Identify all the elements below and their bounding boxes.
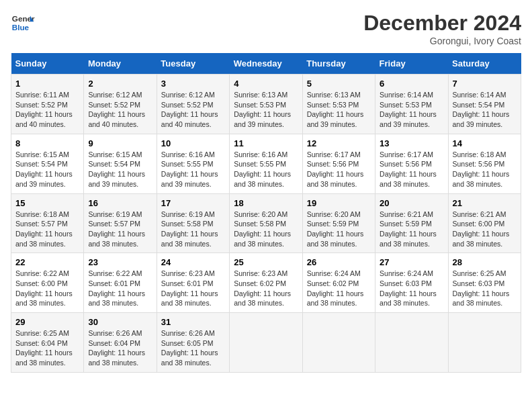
calendar-day-12: 12Sunrise: 6:17 AMSunset: 5:56 PMDayligh… [302,134,375,193]
calendar-day-5: 5Sunrise: 6:13 AMSunset: 5:53 PMDaylight… [302,75,375,134]
calendar-week-1: 8Sunrise: 6:15 AMSunset: 5:54 PMDaylight… [11,134,521,193]
calendar-day-3: 3Sunrise: 6:12 AMSunset: 5:52 PMDaylight… [157,75,229,134]
calendar-day-9: 9Sunrise: 6:15 AMSunset: 5:54 PMDaylight… [84,134,157,193]
svg-text:Blue: Blue [12,23,30,32]
calendar-day-17: 17Sunrise: 6:19 AMSunset: 5:58 PMDayligh… [157,193,229,253]
calendar-day-11: 11Sunrise: 6:16 AMSunset: 5:55 PMDayligh… [230,134,302,193]
logo: General Blue [11,11,35,35]
calendar-day-29: 29Sunrise: 6:25 AMSunset: 6:04 PMDayligh… [11,313,84,373]
calendar-day-25: 25Sunrise: 6:23 AMSunset: 6:02 PMDayligh… [230,253,302,313]
calendar-day-1: 1Sunrise: 6:11 AMSunset: 5:52 PMDaylight… [11,75,84,134]
calendar-day-24: 24Sunrise: 6:23 AMSunset: 6:01 PMDayligh… [157,253,229,313]
calendar-table: SundayMondayTuesdayWednesdayThursdayFrid… [11,53,521,373]
page-title: December 2024 [363,11,521,36]
calendar-week-4: 29Sunrise: 6:25 AMSunset: 6:04 PMDayligh… [11,313,521,373]
calendar-week-2: 15Sunrise: 6:18 AMSunset: 5:57 PMDayligh… [11,193,521,253]
calendar-day-27: 27Sunrise: 6:24 AMSunset: 6:03 PMDayligh… [375,253,448,313]
day-header-monday: Monday [84,53,157,75]
calendar-empty-cell [302,313,375,373]
calendar-day-26: 26Sunrise: 6:24 AMSunset: 6:02 PMDayligh… [302,253,375,313]
calendar-day-31: 31Sunrise: 6:26 AMSunset: 6:05 PMDayligh… [157,313,229,373]
day-header-saturday: Saturday [448,53,521,75]
calendar-day-23: 23Sunrise: 6:22 AMSunset: 6:01 PMDayligh… [84,253,157,313]
calendar-week-0: 1Sunrise: 6:11 AMSunset: 5:52 PMDaylight… [11,75,521,134]
logo-icon: General Blue [11,11,35,35]
calendar-day-13: 13Sunrise: 6:17 AMSunset: 5:56 PMDayligh… [375,134,448,193]
calendar-day-28: 28Sunrise: 6:25 AMSunset: 6:03 PMDayligh… [448,253,521,313]
calendar-day-4: 4Sunrise: 6:13 AMSunset: 5:53 PMDaylight… [230,75,302,134]
calendar-day-22: 22Sunrise: 6:22 AMSunset: 6:00 PMDayligh… [11,253,84,313]
calendar-day-6: 6Sunrise: 6:14 AMSunset: 5:53 PMDaylight… [375,75,448,134]
calendar-day-8: 8Sunrise: 6:15 AMSunset: 5:54 PMDaylight… [11,134,84,193]
calendar-day-19: 19Sunrise: 6:20 AMSunset: 5:59 PMDayligh… [302,193,375,253]
page-subtitle: Gorongui, Ivory Coast [363,36,521,46]
calendar-day-10: 10Sunrise: 6:16 AMSunset: 5:55 PMDayligh… [157,134,229,193]
calendar-week-3: 22Sunrise: 6:22 AMSunset: 6:00 PMDayligh… [11,253,521,313]
calendar-header-row: SundayMondayTuesdayWednesdayThursdayFrid… [11,53,521,75]
calendar-day-30: 30Sunrise: 6:26 AMSunset: 6:04 PMDayligh… [84,313,157,373]
calendar-day-14: 14Sunrise: 6:18 AMSunset: 5:56 PMDayligh… [448,134,521,193]
calendar-empty-cell [230,313,302,373]
day-header-wednesday: Wednesday [230,53,302,75]
day-header-thursday: Thursday [302,53,375,75]
day-header-tuesday: Tuesday [157,53,229,75]
calendar-day-7: 7Sunrise: 6:14 AMSunset: 5:54 PMDaylight… [448,75,521,134]
calendar-day-2: 2Sunrise: 6:12 AMSunset: 5:52 PMDaylight… [84,75,157,134]
calendar-day-15: 15Sunrise: 6:18 AMSunset: 5:57 PMDayligh… [11,193,84,253]
calendar-day-18: 18Sunrise: 6:20 AMSunset: 5:58 PMDayligh… [230,193,302,253]
calendar-empty-cell [448,313,521,373]
day-header-sunday: Sunday [11,53,84,75]
calendar-day-20: 20Sunrise: 6:21 AMSunset: 5:59 PMDayligh… [375,193,448,253]
calendar-day-21: 21Sunrise: 6:21 AMSunset: 6:00 PMDayligh… [448,193,521,253]
page-header: General Blue December 2024 Gorongui, Ivo… [11,11,521,46]
calendar-day-16: 16Sunrise: 6:19 AMSunset: 5:57 PMDayligh… [84,193,157,253]
day-header-friday: Friday [375,53,448,75]
title-block: December 2024 Gorongui, Ivory Coast [363,11,521,46]
calendar-empty-cell [375,313,448,373]
